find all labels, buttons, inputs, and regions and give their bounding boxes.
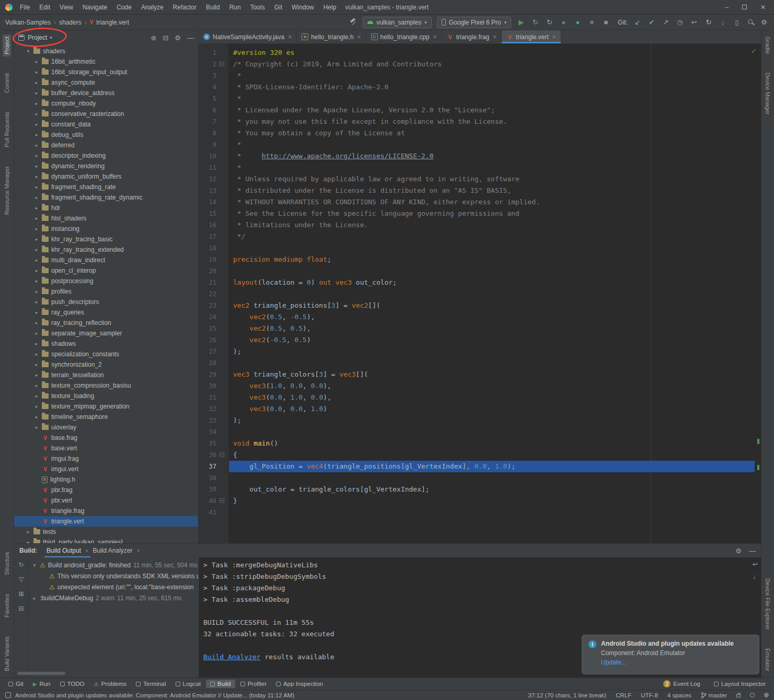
menu-item-help[interactable]: Help [319,2,341,13]
project-tree-item[interactable]: ▸synchronization_2 [14,359,198,370]
gutter-line-31[interactable]: 31 [199,392,229,403]
tab-triangle-frag[interactable]: Vtriangle.frag× [442,30,502,43]
fold-icon[interactable]: − [220,62,224,66]
project-view-dropdown[interactable]: Project ▾ [28,34,52,41]
expand-all-icon[interactable]: ⊞ [17,590,26,598]
collapse-all-icon[interactable]: ⊟ [17,604,26,613]
project-tree-item[interactable]: ▸buffer_device_address [14,88,198,98]
project-tree-item[interactable]: ▸third_party [vulkan_samples] [14,537,198,543]
menu-item-analyze[interactable]: Analyze [137,2,168,13]
project-tree-item[interactable]: ▸async_compute [14,77,198,88]
menu-item-build[interactable]: Build [202,2,224,13]
settings-icon[interactable]: ⚙ [759,18,769,27]
project-tree-item[interactable]: ▸descriptor_indexing [14,150,198,161]
menu-item-git[interactable]: Git [270,2,286,13]
gutter-line-34[interactable]: 34 [199,426,229,438]
project-tree-item[interactable]: ▸ray_tracing_reflection [14,318,198,328]
gutter-line-14[interactable]: 14 [199,196,229,208]
project-tree-item[interactable]: Vbase.frag [14,433,198,443]
update-link[interactable]: Update... [601,659,627,666]
build-analyzer-link[interactable]: Build Analyzer [203,653,261,661]
rollback-icon[interactable]: ↩ [689,18,699,27]
build-tree-item[interactable]: ▾⚠Build android_gradle: finished 11 min,… [29,559,199,570]
gutter-line-18[interactable]: 18 [199,242,229,254]
close-tab-icon[interactable]: × [85,547,88,554]
project-tree-item[interactable]: ▸dynamic_rendering [14,161,198,171]
tool-stripe-emulator[interactable]: Emulator [764,646,772,673]
indent-indicator[interactable]: 4 spaces [667,692,691,698]
gutter-line-41[interactable]: 41 [199,507,229,518]
project-tree-item[interactable]: ▸timeline_semaphore [14,412,198,422]
toolwindow-button-profiler[interactable]: Profiler [236,680,271,688]
project-tree-item[interactable]: Vpbr.vert [14,495,198,506]
toolwindow-button-git[interactable]: Git [4,680,28,688]
tab-triangle-vert[interactable]: Vtriangle.vert× [502,30,561,43]
gutter-line-20[interactable]: 20 [199,265,229,277]
tool-stripe-resource-manager[interactable]: Resource Manager [3,164,11,217]
gutter-line-36[interactable]: 36− [199,449,229,461]
tab-hello_triangle-h[interactable]: hhello_triangle.h× [297,30,366,43]
menu-item-window[interactable]: Window [287,2,318,13]
gutter-line-39[interactable]: 39 [199,484,229,495]
project-tree-item[interactable]: Vbase.vert [14,443,198,453]
project-tree-item[interactable]: ▸tests [14,527,198,537]
project-tree-item[interactable]: ▸conservative_rasterization [14,109,198,119]
gutter-line-9[interactable]: 9 [199,139,229,150]
run-icon[interactable]: ▶ [516,18,526,27]
menu-item-view[interactable]: View [55,2,77,13]
project-tree-item[interactable]: ▾shaders [14,46,198,56]
breadcrumb-folder[interactable]: shaders [59,19,82,26]
project-tree-item[interactable]: ▸dynamic_uniform_buffers [14,171,198,182]
project-tree-item[interactable]: Vtriangle.frag [14,506,198,516]
gutter-line-16[interactable]: 16 [199,219,229,231]
project-tree-item[interactable]: ▸postprocessing [14,276,198,286]
project-tree-item[interactable]: ▸khr_ray_tracing_extended [14,244,198,255]
gutter-line-26[interactable]: 26 [199,334,229,346]
update-project-icon[interactable]: ↙ [633,18,642,27]
gutter-line-40[interactable]: 40− [199,495,229,507]
close-tab-icon[interactable]: × [357,33,361,41]
project-tree-item[interactable]: Vimgui.frag [14,453,198,464]
git-branch-indicator[interactable]: master [701,692,727,698]
gutter-line-12[interactable]: 12 [199,173,229,185]
gutter-line-32[interactable]: 32 [199,403,229,415]
project-tree-item[interactable]: hlighting.h [14,474,198,485]
collapse-all-icon[interactable]: ⊟ [163,34,168,42]
gutter-line-3[interactable]: 3 [199,70,229,81]
gutter-line-23[interactable]: 23 [199,300,229,311]
panel-settings-icon[interactable]: ⚙ [175,34,181,42]
build-hammer-icon[interactable] [349,18,357,26]
project-tree-item[interactable]: ▸hlsl_shaders [14,213,198,224]
project-tree-item[interactable]: ▸push_descriptors [14,297,198,307]
project-tree-item[interactable]: ▸texture_loading [14,391,198,401]
toolwindow-button-layout-inspector[interactable]: Layout Inspector [710,679,770,689]
caret-position[interactable]: 37:12 (70 chars, 1 line break) [528,692,607,698]
project-tree-item[interactable]: ▸ray_queries [14,307,198,318]
attach-debugger-icon[interactable]: ≡ [587,18,596,27]
notifications-icon[interactable] [764,693,769,697]
hide-panel-icon[interactable]: — [187,34,194,42]
tool-stripe-build-variants[interactable]: Build Variants [3,634,11,673]
project-tree-item[interactable]: Vimgui.vert [14,464,198,474]
gutter-line-24[interactable]: 24 [199,311,229,323]
readonly-lock-icon[interactable] [736,694,741,697]
tool-stripe-pull-requests[interactable]: Pull Requests [3,110,11,149]
gutter-line-33[interactable]: 33 [199,415,229,426]
scroll-to-end-icon[interactable]: ↓ [753,573,758,580]
menu-item-file[interactable]: File [16,2,34,13]
inspections-ok-icon[interactable]: ✓ [751,47,757,55]
tool-stripe-gradle[interactable]: Gradle [764,34,772,56]
menu-item-code[interactable]: Code [112,2,136,13]
project-tree-item[interactable]: ▸khr_ray_tracing_basic [14,234,198,244]
menu-item-tools[interactable]: Tools [246,2,269,13]
toolwindow-button-event-log[interactable]: 2Event Log [659,679,704,689]
project-tree-item[interactable]: ▸specialization_constants [14,349,198,359]
project-tree-item[interactable]: ▸constant_data [14,119,198,130]
gutter-line-4[interactable]: 4 [199,81,229,93]
gutter-line-29[interactable]: 29 [199,369,229,380]
rerun-build-icon[interactable]: ↻ [17,561,26,569]
gutter-line-22[interactable]: 22 [199,288,229,300]
commit-icon[interactable]: ✔ [647,18,656,27]
project-tree-item[interactable]: ▸16bit_arithmetic [14,56,198,67]
project-tree-item[interactable]: ▸profiles [14,286,198,297]
